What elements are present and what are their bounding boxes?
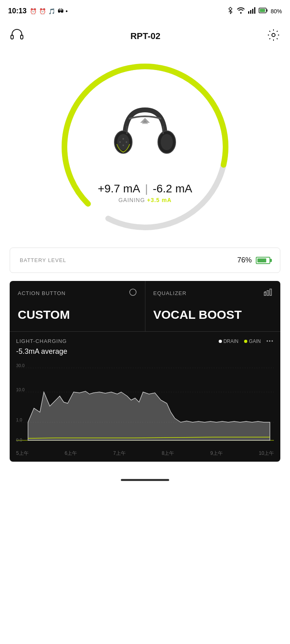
bottom-bar xyxy=(0,470,290,490)
equalizer-panel[interactable]: EQUALIZER VOCAL BOOST xyxy=(145,281,281,331)
eq-panel-header: EQUALIZER xyxy=(153,288,273,298)
x-label-4: 9上午 xyxy=(210,450,223,457)
wifi-icon xyxy=(237,7,245,15)
chart-more-icon[interactable]: ••• xyxy=(266,339,274,344)
svg-rect-3 xyxy=(254,7,255,14)
x-label-2: 7上午 xyxy=(113,450,126,457)
action-panel-header: ACTION BUTTON xyxy=(18,288,137,298)
gauge-section: +9.7 mA | -6.2 mA GAINING +3.5 mA xyxy=(0,50,290,239)
action-button-panel[interactable]: ACTION BUTTON CUSTOM xyxy=(10,281,145,331)
svg-rect-22 xyxy=(267,291,269,295)
svg-rect-0 xyxy=(248,11,249,14)
charge-stats: +9.7 mA | -6.2 mA GAINING +3.5 mA xyxy=(98,182,192,203)
gauge-circle: +9.7 mA | -6.2 mA GAINING +3.5 mA xyxy=(56,58,234,235)
status-time-area: 10:13 ⏰ ⏰ 🎵 🕶 • xyxy=(8,7,68,15)
app-header: RPT-02 xyxy=(0,22,290,50)
svg-point-13 xyxy=(117,134,129,150)
svg-rect-2 xyxy=(252,9,253,14)
chart-title: LIGHT-CHARGING xyxy=(16,338,67,344)
chart-header: LIGHT-CHARGING DRAIN GAIN ••• xyxy=(16,338,274,344)
svg-point-18 xyxy=(119,141,121,143)
svg-point-20 xyxy=(130,289,136,295)
svg-point-19 xyxy=(126,141,127,143)
chart-area: 30.0 10.0 1.0 0.0 xyxy=(16,360,274,448)
svg-text:10.0: 10.0 xyxy=(16,387,25,392)
action-button-icon xyxy=(129,288,137,298)
equalizer-label: EQUALIZER xyxy=(153,290,187,296)
battery-icon xyxy=(256,257,270,264)
battery-percent: 80% xyxy=(271,8,282,14)
equalizer-icon xyxy=(263,288,272,298)
drain-value: +9.7 mA xyxy=(98,182,140,195)
equalizer-value: VOCAL BOOST xyxy=(153,308,242,321)
battery-right: 76% xyxy=(237,256,270,264)
battery-fill xyxy=(257,258,266,262)
svg-point-9 xyxy=(272,33,275,37)
drain-legend: DRAIN xyxy=(219,339,238,344)
svg-text:0.0: 0.0 xyxy=(16,438,22,442)
signal-icon xyxy=(248,7,255,15)
glasses-icon: 🕶 xyxy=(58,8,63,14)
bluetooth-icon xyxy=(227,7,234,15)
settings-icon[interactable] xyxy=(267,28,280,45)
gain-dot xyxy=(244,340,247,343)
headphone-product-image xyxy=(105,98,185,178)
svg-text:30.0: 30.0 xyxy=(16,363,25,368)
action-eq-row: ACTION BUTTON CUSTOM EQUALIZER VOCAL BOO… xyxy=(10,281,280,331)
page-title: RPT-02 xyxy=(130,31,161,41)
svg-point-15 xyxy=(161,134,173,150)
nav-home-indicator xyxy=(121,479,169,481)
svg-rect-5 xyxy=(260,9,265,12)
headphone-image xyxy=(101,94,189,182)
svg-text:1.0: 1.0 xyxy=(16,417,22,422)
charge-value: -6.2 mA xyxy=(153,182,192,195)
spotify-icon: 🎵 xyxy=(48,8,55,14)
alarm-icon-2: ⏰ xyxy=(39,8,46,14)
chart-legend: DRAIN GAIN ••• xyxy=(219,339,274,344)
headphone-icon[interactable] xyxy=(10,28,24,45)
gaining-value: +3.5 mA xyxy=(147,197,172,203)
action-button-value: CUSTOM xyxy=(18,308,70,321)
status-notification-icons: ⏰ ⏰ 🎵 🕶 • xyxy=(30,8,68,14)
svg-point-16 xyxy=(122,138,124,140)
x-label-3: 8上午 xyxy=(162,450,174,457)
svg-point-17 xyxy=(122,144,124,146)
status-bar: 10:13 ⏰ ⏰ 🎵 🕶 • xyxy=(0,0,290,22)
status-right-icons: 80% xyxy=(227,7,282,15)
x-label-5: 10上午 xyxy=(259,450,274,457)
action-button-label: ACTION BUTTON xyxy=(18,290,66,296)
svg-rect-21 xyxy=(264,292,266,295)
drain-label: DRAIN xyxy=(224,339,238,344)
gain-label: GAIN xyxy=(249,339,261,344)
stat-divider: | xyxy=(145,182,148,195)
gaining-label: GAINING +3.5 mA xyxy=(98,197,192,203)
chart-svg: 30.0 10.0 1.0 0.0 xyxy=(16,360,274,448)
alarm-icon-1: ⏰ xyxy=(30,8,37,14)
battery-card: BATTERY LEVEL 76% xyxy=(10,248,280,273)
battery-label: BATTERY LEVEL xyxy=(20,257,66,263)
svg-rect-6 xyxy=(267,9,267,12)
svg-rect-1 xyxy=(250,10,251,14)
battery-percent-value: 76% xyxy=(237,256,252,264)
chart-average: -5.3mA average xyxy=(16,347,274,356)
dot-icon: • xyxy=(66,8,68,14)
gain-legend: GAIN xyxy=(244,339,261,344)
x-label-0: 5上午 xyxy=(16,450,29,457)
svg-rect-23 xyxy=(270,289,271,295)
light-charging-section: LIGHT-CHARGING DRAIN GAIN ••• -5.3mA ave… xyxy=(10,331,280,462)
x-label-1: 6上午 xyxy=(65,450,77,457)
drain-dot xyxy=(219,340,222,343)
battery-status-icon xyxy=(259,8,267,14)
status-time: 10:13 xyxy=(8,7,27,15)
chart-x-labels: 5上午 6上午 7上午 8上午 9上午 10上午 xyxy=(16,448,274,458)
